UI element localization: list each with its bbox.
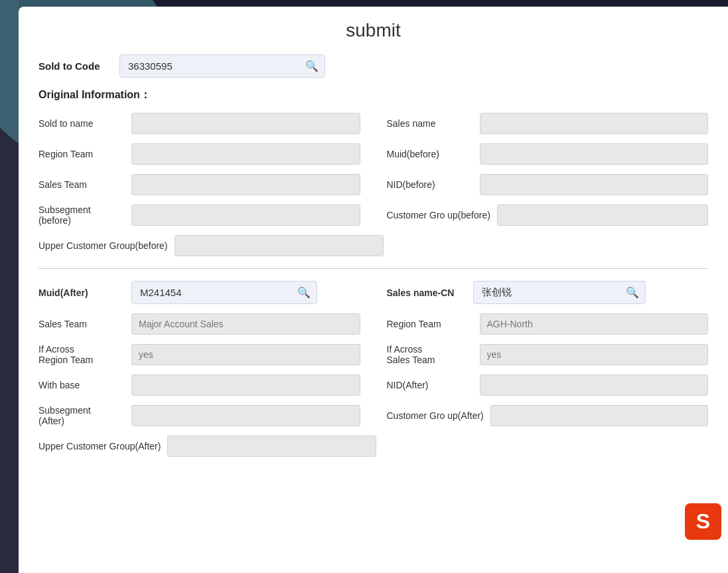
sold-to-code-label: Sold to Code (38, 60, 111, 72)
region-team-orig-field: Region Team (38, 143, 360, 165)
upper-customer-group-after-input[interactable] (167, 436, 376, 457)
watermark: S (685, 503, 721, 540)
customer-group-before-input[interactable] (497, 205, 708, 226)
sales-name-cn-row: Sales name-CN 🔍 (387, 281, 709, 304)
subsegment-after-label: Subsegment(After) (38, 405, 125, 426)
sold-to-code-input-wrapper: 🔍 (119, 54, 325, 78)
region-team-orig-label: Region Team (38, 149, 125, 159)
nid-after-input[interactable] (480, 374, 709, 396)
after-section: Muid(After) 🔍 Sales name-CN 🔍 Sales Team… (38, 281, 708, 457)
with-base-label: With base (38, 380, 125, 390)
muid-after-input-wrapper: 🔍 (131, 281, 317, 304)
muid-after-input[interactable] (131, 281, 317, 304)
original-info-grid: Sold to name Sales name Region Team Muid… (38, 113, 708, 256)
nid-before-label: NID(before) (387, 179, 473, 190)
subsegment-before-input[interactable] (131, 205, 360, 226)
muid-after-label: Muid(After) (38, 287, 125, 298)
upper-customer-group-before-input[interactable] (175, 235, 384, 256)
customer-group-after-field: Customer Gro up(After) (387, 405, 709, 426)
subsegment-after-field: Subsegment(After) (38, 405, 360, 426)
sales-name-orig-field: Sales name (387, 113, 709, 134)
sold-to-code-search-icon[interactable]: 🔍 (305, 60, 319, 72)
sold-to-code-input[interactable] (119, 54, 325, 78)
with-base-field: With base (38, 374, 360, 396)
customer-group-after-label: Customer Gro up(After) (387, 410, 484, 421)
subsegment-before-label: Subsegment(before) (38, 205, 125, 226)
sales-name-orig-input[interactable] (480, 113, 709, 134)
main-container: submit Sold to Code 🔍 Original Informati… (19, 7, 728, 573)
if-across-sales-label: If AcrossSales Team (387, 344, 473, 365)
page-title: submit (38, 20, 708, 41)
if-across-sales-input[interactable] (480, 344, 709, 365)
if-across-region-input[interactable] (131, 344, 360, 365)
sales-team-after-label: Sales Team (38, 319, 125, 329)
upper-customer-group-before-field: Upper Customer Group(before) (38, 235, 360, 256)
nid-before-input[interactable] (480, 174, 709, 195)
customer-group-before-label: Customer Gro up(before) (387, 210, 490, 220)
subsegment-before-field: Subsegment(before) (38, 205, 360, 226)
upper-customer-group-after-label: Upper Customer Group(After) (38, 441, 161, 451)
muid-before-field: Muid(before) (387, 143, 709, 165)
section-divider (38, 268, 708, 269)
customer-group-before-field: Customer Gro up(before) (387, 205, 709, 226)
watermark-s-logo: S (685, 503, 721, 540)
region-team-after-field: Region Team (387, 313, 709, 335)
sold-to-name-label: Sold to name (38, 118, 125, 129)
region-team-after-input[interactable] (480, 313, 709, 335)
region-team-orig-input[interactable] (131, 143, 360, 165)
if-across-region-field: If AcrossRegion Team (38, 344, 360, 365)
if-across-sales-field: If AcrossSales Team (387, 344, 709, 365)
upper-customer-group-before-label: Upper Customer Group(before) (38, 240, 168, 251)
sales-name-cn-label: Sales name-CN (387, 287, 467, 298)
sales-name-cn-search-icon[interactable]: 🔍 (626, 286, 639, 299)
subsegment-after-input[interactable] (131, 405, 360, 426)
muid-before-input[interactable] (480, 143, 709, 165)
muid-after-row: Muid(After) 🔍 (38, 281, 360, 304)
region-team-after-label: Region Team (387, 319, 473, 329)
sold-to-code-row: Sold to Code 🔍 (38, 54, 708, 78)
sales-team-orig-label: Sales Team (38, 179, 125, 190)
sold-to-name-input[interactable] (131, 113, 360, 134)
muid-after-search-icon[interactable]: 🔍 (297, 286, 311, 299)
sales-name-cn-input[interactable] (473, 281, 646, 304)
nid-after-label: NID(After) (387, 380, 473, 390)
sold-to-name-field: Sold to name (38, 113, 360, 134)
sales-team-orig-field: Sales Team (38, 174, 360, 195)
upper-customer-group-after-field: Upper Customer Group(After) (38, 436, 360, 457)
sales-name-orig-label: Sales name (387, 118, 473, 129)
nid-before-field: NID(before) (387, 174, 709, 195)
nid-after-field: NID(After) (387, 374, 709, 396)
with-base-input[interactable] (131, 374, 360, 396)
customer-group-after-input[interactable] (490, 405, 708, 426)
if-across-region-label: If AcrossRegion Team (38, 344, 125, 365)
muid-before-label: Muid(before) (387, 149, 473, 159)
sales-name-cn-input-wrapper: 🔍 (473, 281, 646, 304)
sales-team-after-input[interactable] (131, 313, 360, 335)
sales-team-after-field: Sales Team (38, 313, 360, 335)
sales-team-orig-input[interactable] (131, 174, 360, 195)
original-info-header: Original Information： (38, 88, 708, 102)
